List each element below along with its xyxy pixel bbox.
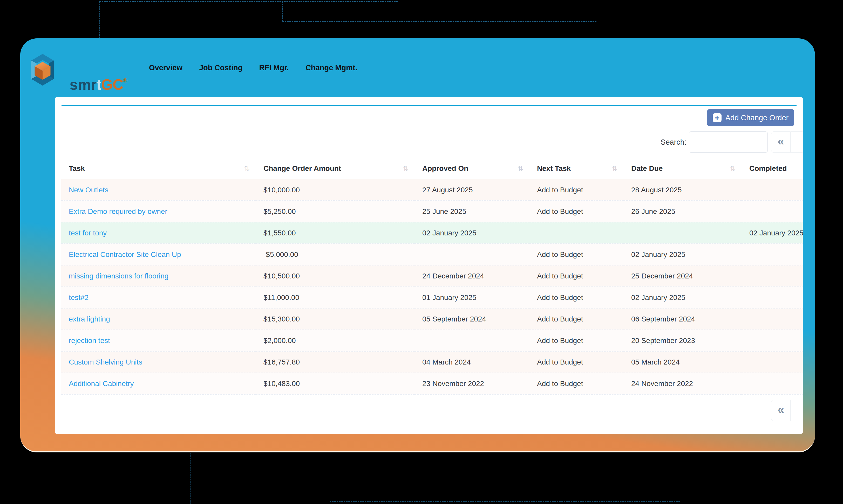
cell-completed	[742, 201, 803, 222]
col-header-change-order-amount[interactable]: Change Order Amount⇅	[256, 158, 415, 179]
cell-date-due: 06 September 2024	[624, 308, 742, 330]
cell-task: Electrical Contractor Site Clean Up	[61, 244, 256, 265]
cell-next-task: Add to Budget	[530, 201, 624, 222]
col-header-approved-on[interactable]: Approved On⇅	[415, 158, 530, 179]
search-input[interactable]	[689, 131, 768, 153]
cell-completed: 02 January 2025	[742, 222, 803, 244]
cell-date-due: 20 September 2023	[624, 330, 742, 351]
cell-date-due: 25 December 2024	[624, 265, 742, 287]
deco-dashed-line	[282, 21, 597, 22]
table-row: test#2 $11,000.00 01 January 2025 Add to…	[61, 287, 803, 308]
cell-task: test#2	[61, 287, 256, 308]
search-label: Search:	[635, 138, 687, 146]
table-body: New Outlets $10,000.00 27 August 2025 Ad…	[61, 179, 803, 394]
cell-approved-on: 27 August 2025	[415, 179, 530, 201]
cell-date-due: 26 June 2025	[624, 201, 742, 222]
cell-next-task: Add to Budget	[530, 179, 624, 201]
nav-item-job-costing[interactable]: Job Costing	[199, 63, 243, 72]
task-link[interactable]: Additional Cabinetry	[69, 380, 134, 388]
change-orders-table: Task⇅ Change Order Amount⇅ Approved On⇅ …	[61, 158, 803, 395]
cell-task: Extra Demo required by owner	[61, 201, 256, 222]
cell-task: test for tony	[61, 222, 256, 244]
add-change-order-label: Add Change Order	[725, 113, 789, 122]
brand-wordmark: smrtGC®	[70, 76, 127, 93]
cell-change-order-amount: $10,500.00	[256, 265, 415, 287]
cell-next-task: Add to Budget	[530, 287, 624, 308]
cell-completed	[742, 351, 803, 373]
cell-approved-on: 01 January 2025	[415, 287, 530, 308]
change-orders-card: + Add Change Order Search: « Task⇅ Chang…	[55, 97, 803, 434]
nav-item-overview[interactable]: Overview	[149, 63, 183, 72]
deco-dashed-line	[99, 1, 398, 2]
cell-approved-on: 24 December 2024	[415, 265, 530, 287]
sort-icon: ⇅	[403, 165, 409, 173]
table-row: rejection test $2,000.00 Add to Budget 2…	[61, 330, 803, 351]
pagination-next-button[interactable]	[791, 400, 803, 421]
cell-approved-on	[415, 244, 530, 265]
cell-task: Additional Cabinetry	[61, 373, 256, 394]
cell-completed	[742, 265, 803, 287]
cell-approved-on: 23 November 2022	[415, 373, 530, 394]
cell-task: rejection test	[61, 330, 256, 351]
pagination-prev-button[interactable]: «	[771, 400, 791, 421]
sort-icon: ⇅	[518, 165, 523, 173]
cell-date-due: 05 March 2024	[624, 351, 742, 373]
cell-approved-on: 05 September 2024	[415, 308, 530, 330]
add-change-order-button[interactable]: + Add Change Order	[707, 109, 794, 126]
cell-next-task: Add to Budget	[530, 308, 624, 330]
cell-completed	[742, 308, 803, 330]
col-header-task[interactable]: Task⇅	[61, 158, 256, 179]
col-header-label: Completed	[749, 164, 787, 173]
cell-change-order-amount: $5,250.00	[256, 201, 415, 222]
col-header-label: Next Task	[537, 164, 571, 173]
table-header-row: Task⇅ Change Order Amount⇅ Approved On⇅ …	[61, 158, 803, 179]
task-link[interactable]: test#2	[69, 293, 88, 302]
sort-icon: ⇅	[730, 165, 736, 173]
table-row: test for tony $1,550.00 02 January 2025 …	[61, 222, 803, 244]
task-link[interactable]: test for tony	[69, 229, 107, 237]
task-link[interactable]: New Outlets	[69, 186, 108, 194]
cell-next-task: Add to Budget	[530, 265, 624, 287]
top-nav: Overview Job Costing RFI Mgr. Change Mgm…	[149, 63, 357, 72]
deco-dashed-line	[282, 1, 283, 21]
cell-next-task: Add to Budget	[530, 373, 624, 394]
pagination-next-button[interactable]	[791, 131, 803, 153]
pagination-top: «	[771, 131, 803, 153]
brand-logo: smrtGC®	[31, 54, 153, 88]
task-link[interactable]: missing dimensions for flooring	[69, 272, 169, 280]
table-row: New Outlets $10,000.00 27 August 2025 Ad…	[61, 179, 803, 201]
pagination-prev-button[interactable]: «	[771, 131, 791, 153]
cell-approved-on: 02 January 2025	[415, 222, 530, 244]
col-header-label: Approved On	[422, 164, 468, 173]
task-link[interactable]: Extra Demo required by owner	[69, 208, 167, 215]
nav-item-rfi-mgr[interactable]: RFI Mgr.	[259, 63, 289, 72]
cell-change-order-amount: $2,000.00	[256, 330, 415, 351]
table-row: Electrical Contractor Site Clean Up -$5,…	[61, 244, 803, 265]
table-row: extra lighting $15,300.00 05 September 2…	[61, 308, 803, 330]
task-link[interactable]: Electrical Contractor Site Clean Up	[69, 250, 181, 258]
sort-icon: ⇅	[612, 165, 617, 173]
cell-change-order-amount: $1,550.00	[256, 222, 415, 244]
cell-next-task: Add to Budget	[530, 244, 624, 265]
col-header-label: Task	[69, 164, 85, 173]
cell-change-order-amount: $16,757.80	[256, 351, 415, 373]
cell-change-order-amount: $15,300.00	[256, 308, 415, 330]
cell-approved-on: 25 June 2025	[415, 201, 530, 222]
cell-next-task: Add to Budget	[530, 351, 624, 373]
task-link[interactable]: rejection test	[69, 337, 110, 345]
task-link[interactable]: extra lighting	[69, 315, 110, 323]
sort-icon: ⇅	[244, 165, 250, 173]
table-row: Custom Shelving Units $16,757.80 04 Marc…	[61, 351, 803, 373]
table-row: Extra Demo required by owner $5,250.00 2…	[61, 201, 803, 222]
cell-completed	[742, 330, 803, 351]
cell-next-task	[530, 222, 624, 244]
cell-approved-on	[415, 330, 530, 351]
table-row: Additional Cabinetry $10,483.00 23 Novem…	[61, 373, 803, 394]
deco-dashed-line	[330, 501, 680, 502]
cell-completed	[742, 373, 803, 394]
col-header-date-due[interactable]: Date Due⇅	[624, 158, 742, 179]
col-header-completed[interactable]: Completed⇅	[742, 158, 803, 179]
col-header-next-task[interactable]: Next Task⇅	[530, 158, 624, 179]
task-link[interactable]: Custom Shelving Units	[69, 358, 142, 366]
nav-item-change-mgmt[interactable]: Change Mgmt.	[306, 63, 357, 72]
